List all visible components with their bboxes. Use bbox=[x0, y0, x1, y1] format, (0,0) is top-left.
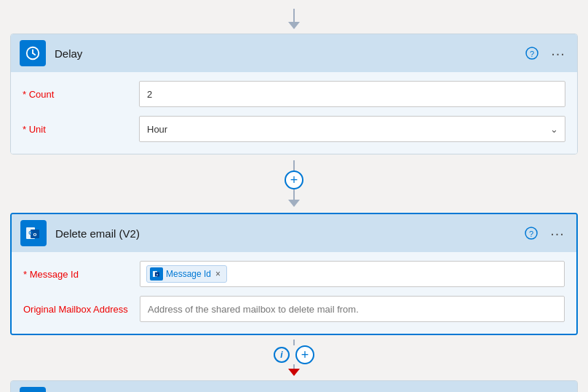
delay-unit-label: Unit bbox=[23, 124, 139, 135]
add-step-button-2[interactable]: + bbox=[295, 345, 314, 364]
help-icon-2: ? bbox=[525, 227, 538, 240]
plus-icon-2: + bbox=[301, 348, 309, 361]
delete-email-card-icon: o O bbox=[20, 220, 47, 246]
delay2-card-icon bbox=[20, 387, 46, 392]
delay-card: Delay ? ··· Count Unit bbox=[10, 34, 578, 154]
delete-email-card-title: Delete email (V2) bbox=[55, 227, 521, 240]
svg-text:O: O bbox=[28, 230, 33, 235]
message-id-tag: o Message Id × bbox=[146, 265, 227, 283]
svg-text:o: o bbox=[33, 231, 37, 238]
info-button[interactable]: i bbox=[274, 347, 290, 363]
add-info-group: i + bbox=[274, 345, 314, 364]
tag-close-button[interactable]: × bbox=[215, 269, 220, 279]
add-info-connector: i + bbox=[274, 340, 314, 376]
connector-line-top bbox=[293, 160, 295, 170]
svg-text:o: o bbox=[156, 273, 158, 276]
delay-count-input[interactable] bbox=[139, 81, 565, 107]
message-id-label: Message Id bbox=[23, 269, 140, 280]
top-connector bbox=[288, 9, 300, 29]
delay-unit-value: Hour bbox=[147, 124, 167, 135]
connector-line bbox=[293, 9, 295, 22]
arrow-down-icon-2 bbox=[288, 200, 300, 207]
delay-card-body: Count Unit Hour ⌄ bbox=[11, 72, 577, 154]
connector-line-info-top bbox=[293, 340, 295, 345]
connector-line-bottom bbox=[293, 189, 295, 200]
mailbox-address-label: Original Mailbox Address bbox=[23, 304, 140, 315]
delay-help-button[interactable]: ? bbox=[522, 43, 542, 63]
arrow-down-icon bbox=[288, 22, 300, 29]
delay-unit-select[interactable]: Hour bbox=[139, 116, 565, 142]
delay-card-header: Delay ? ··· bbox=[11, 34, 577, 72]
flow-container: Delay ? ··· Count Unit bbox=[0, 7, 588, 392]
delay-card-icon bbox=[20, 40, 46, 66]
add-connector-1: + bbox=[285, 160, 303, 207]
delay-card-actions: ? ··· bbox=[522, 43, 568, 63]
message-id-input[interactable]: o Message Id × bbox=[140, 261, 565, 287]
delete-email-card-body: Message Id o Message Id × bbox=[12, 252, 576, 334]
delete-email-card-header: o O Delete email (V2) ? ··· bbox=[12, 214, 576, 252]
mailbox-address-input[interactable] bbox=[140, 296, 565, 322]
delay2-card: Delay 2 ? ··· bbox=[10, 380, 578, 392]
help-icon: ? bbox=[525, 47, 539, 60]
message-id-tag-text: Message Id bbox=[166, 269, 211, 279]
delay-unit-row: Unit Hour ⌄ bbox=[23, 116, 565, 142]
delay-count-row: Count bbox=[23, 81, 565, 107]
delete-email-more-button[interactable]: ··· bbox=[547, 223, 568, 243]
delete-email-card: o O Delete email (V2) ? ··· Message Id bbox=[10, 213, 578, 335]
message-id-row: Message Id o Message Id × bbox=[23, 261, 565, 287]
red-arrow-down-icon bbox=[288, 369, 300, 376]
tag-outlook-icon: o bbox=[152, 270, 161, 278]
plus-icon: + bbox=[290, 173, 298, 187]
tag-chip-outlook-icon: o bbox=[150, 267, 163, 281]
delete-email-card-actions: ? ··· bbox=[521, 223, 568, 243]
clock-icon bbox=[25, 45, 41, 61]
svg-line-2 bbox=[33, 53, 35, 55]
delay-more-button[interactable]: ··· bbox=[548, 43, 568, 63]
delete-email-help-button[interactable]: ? bbox=[521, 223, 541, 243]
delay2-card-header: Delay 2 ? ··· bbox=[11, 381, 577, 392]
add-step-button-1[interactable]: + bbox=[285, 170, 303, 189]
svg-text:?: ? bbox=[529, 230, 533, 238]
outlook-icon: o O bbox=[25, 224, 42, 242]
delay-unit-select-wrapper: Hour ⌄ bbox=[139, 116, 565, 142]
svg-text:?: ? bbox=[530, 50, 534, 58]
delay-card-title: Delay bbox=[55, 47, 522, 60]
delay-count-label: Count bbox=[23, 89, 139, 100]
mailbox-address-row: Original Mailbox Address bbox=[23, 296, 565, 322]
